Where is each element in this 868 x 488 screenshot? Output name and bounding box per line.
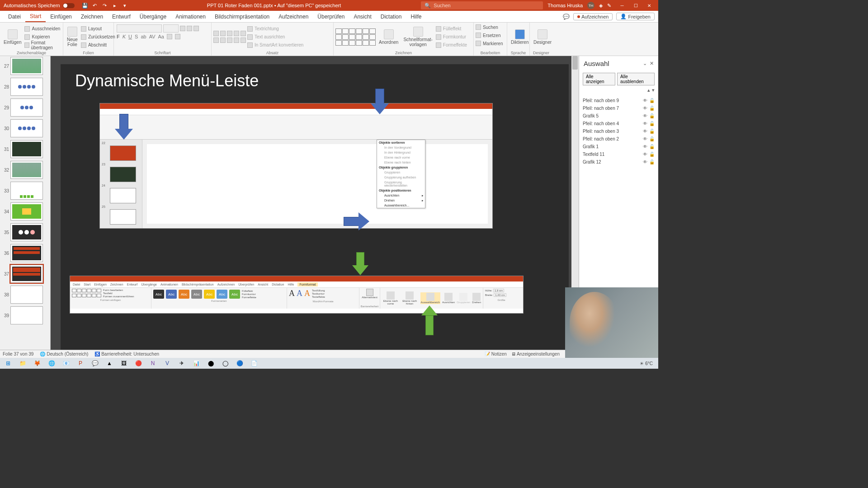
sel-item[interactable]: Grafik 1👁🔓: [583, 143, 655, 150]
font-combo[interactable]: [117, 24, 162, 33]
thumb-30[interactable]: [10, 119, 43, 137]
sel-item[interactable]: Textfeld 11👁🔓: [583, 150, 655, 158]
maximize-button[interactable]: ☐: [629, 0, 642, 11]
find-button[interactable]: Suchen: [476, 23, 498, 31]
lock-icon[interactable]: 🔓: [649, 113, 655, 118]
sel-item[interactable]: Pfeil: nach oben 3👁🔓: [583, 127, 655, 135]
avatar[interactable]: TH: [587, 2, 594, 9]
cut-button[interactable]: Ausschneiden: [24, 25, 61, 33]
share-button[interactable]: 👤Freigeben: [616, 13, 655, 20]
format-painter-button[interactable]: Format übertragen: [24, 42, 61, 49]
autosave-toggle[interactable]: [63, 3, 75, 8]
more-icon[interactable]: ▾: [122, 2, 128, 9]
clear-format-icon[interactable]: [193, 26, 199, 31]
replace-button[interactable]: Ersetzen: [476, 32, 500, 39]
thumb-35[interactable]: [10, 223, 43, 241]
close-button[interactable]: ✕: [643, 0, 656, 11]
sel-item[interactable]: Grafik 5👁🔓: [583, 112, 655, 120]
thumb-27[interactable]: [10, 57, 43, 75]
designer-button[interactable]: Designer: [532, 28, 553, 46]
section-button[interactable]: Abschnitt: [81, 42, 115, 49]
thumb-31[interactable]: [10, 140, 43, 158]
obs-icon[interactable]: ⬤: [204, 359, 217, 368]
display-settings-button[interactable]: 🖥 Anzeigeeinstellungen: [511, 352, 560, 357]
columns-icon[interactable]: [241, 38, 246, 43]
thumb-39[interactable]: [10, 306, 43, 324]
chrome-icon[interactable]: 🌐: [45, 359, 58, 368]
underline-button[interactable]: U: [128, 34, 132, 39]
eye-icon[interactable]: 👁: [643, 121, 647, 126]
app-icon[interactable]: 🔴: [132, 359, 145, 368]
vlc-icon[interactable]: ▲: [103, 359, 116, 368]
coming-soon-icon[interactable]: ◈: [599, 3, 603, 9]
firefox-icon[interactable]: 🦊: [31, 359, 43, 368]
move-down-icon[interactable]: ▾: [652, 87, 655, 93]
case-button[interactable]: Aa: [158, 34, 164, 39]
slide-canvas[interactable]: Dynamische Menü-Leiste 22 23 24 25: [51, 56, 579, 358]
slideshow-icon[interactable]: ▸: [112, 2, 118, 9]
app-icon[interactable]: 🔵: [233, 359, 246, 368]
sel-item[interactable]: Pfeil: nach oben 4👁🔓: [583, 120, 655, 127]
user-name[interactable]: Thomas Hruska: [547, 3, 583, 8]
smartart-button[interactable]: In SmartArt konvertieren: [247, 42, 303, 49]
lock-icon[interactable]: 🔓: [649, 160, 655, 164]
paste-button[interactable]: Einfügen: [2, 28, 23, 46]
shadow-button[interactable]: ab: [141, 34, 146, 39]
tab-uebergaenge[interactable]: Übergänge: [135, 11, 171, 22]
tab-entwurf[interactable]: Entwurf: [108, 11, 135, 22]
telegram-icon[interactable]: ✈: [175, 359, 188, 368]
notes-button[interactable]: 📝 Notizen: [485, 352, 507, 357]
align-center-icon[interactable]: [220, 38, 226, 43]
explorer-icon[interactable]: 📁: [16, 359, 29, 368]
app-icon[interactable]: 📊: [190, 359, 203, 368]
grow-font-icon[interactable]: [180, 26, 185, 31]
tab-bildschirmpraesentation[interactable]: Bildschirmpräsentation: [210, 11, 274, 22]
thumb-38[interactable]: [10, 286, 43, 304]
comments-icon[interactable]: 💬: [563, 14, 570, 20]
eye-icon[interactable]: 👁: [643, 98, 647, 103]
quick-styles-button[interactable]: Schnellformat- vorlagen: [401, 26, 434, 48]
eye-icon[interactable]: 👁: [643, 113, 647, 118]
thumb-33[interactable]: [10, 182, 43, 200]
sel-item[interactable]: Pfeil: nach oben 7👁🔓: [583, 104, 655, 112]
thumb-36[interactable]: [10, 244, 43, 262]
eye-icon[interactable]: 👁: [643, 160, 647, 164]
sel-item[interactable]: Pfeil: nach oben 9👁🔓: [583, 97, 655, 104]
tab-start[interactable]: Start: [25, 11, 46, 22]
accessibility-check[interactable]: ♿ Barrierefreiheit: Untersuchen: [94, 352, 159, 357]
lock-icon[interactable]: 🔓: [649, 129, 655, 134]
chevron-down-icon[interactable]: ⌄: [643, 61, 647, 66]
font-color-icon[interactable]: [175, 34, 180, 39]
shrink-font-icon[interactable]: [187, 26, 192, 31]
thumb-29[interactable]: [10, 99, 43, 117]
bullets-icon[interactable]: [213, 31, 219, 36]
tab-animationen[interactable]: Animationen: [171, 11, 210, 22]
align-left-icon[interactable]: [213, 38, 219, 43]
thumb-28[interactable]: [10, 78, 43, 96]
new-slide-button[interactable]: Neue Folie: [65, 26, 80, 48]
outlook-icon[interactable]: 📧: [60, 359, 72, 368]
app-icon[interactable]: 📄: [248, 359, 260, 368]
eye-icon[interactable]: 👁: [643, 106, 647, 111]
tab-datei[interactable]: Datei: [4, 11, 25, 22]
copy-button[interactable]: Kopieren: [24, 33, 61, 41]
app-icon[interactable]: ◯: [219, 359, 231, 368]
minimize-button[interactable]: ─: [616, 0, 628, 11]
eye-icon[interactable]: 👁: [643, 144, 647, 149]
tab-aufzeichnen[interactable]: Aufzeichnen: [274, 11, 313, 22]
font-size-combo[interactable]: [163, 24, 179, 33]
lock-icon[interactable]: 🔓: [649, 98, 655, 103]
lock-icon[interactable]: 🔓: [649, 152, 655, 157]
sel-item[interactable]: Pfeil: nach oben 2👁🔓: [583, 135, 655, 143]
weather-widget[interactable]: ☀ 6°C: [640, 361, 653, 366]
start-button[interactable]: ⊞: [2, 359, 14, 368]
sel-item[interactable]: Grafik 12👁🔓: [583, 158, 655, 166]
align-text-button[interactable]: Text ausrichten: [247, 33, 303, 41]
select-button[interactable]: Markieren: [476, 40, 503, 47]
search-box[interactable]: 🔍: [421, 1, 543, 9]
language-indicator[interactable]: 🌐 Deutsch (Österreich): [40, 352, 88, 357]
tab-ansicht[interactable]: Ansicht: [349, 11, 376, 22]
undo-icon[interactable]: ↶: [92, 2, 98, 9]
thumb-37[interactable]: [10, 265, 43, 283]
tab-einfuegen[interactable]: Einfügen: [46, 11, 76, 22]
